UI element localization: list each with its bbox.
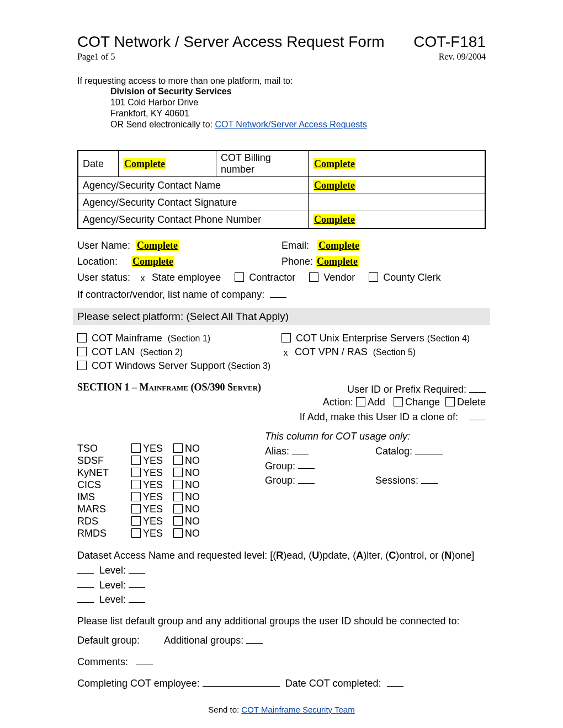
vendor-checkbox[interactable] (309, 272, 318, 282)
lan-checkbox[interactable] (77, 347, 87, 356)
catalog-label: Catalog: (375, 446, 412, 457)
username-value[interactable]: Complete (136, 240, 179, 251)
windows-note: (Section 3) (228, 361, 270, 371)
action-delete-checkbox[interactable] (445, 397, 455, 406)
option-name: MARS (77, 504, 131, 516)
completing-employee-field[interactable] (203, 676, 280, 687)
location-value[interactable]: Complete (131, 256, 174, 267)
no-checkbox[interactable] (173, 516, 183, 526)
vpn-note: (Section 5) (373, 347, 416, 357)
action-add-label: Add (368, 397, 385, 408)
yes-checkbox[interactable] (131, 516, 141, 526)
unix-checkbox[interactable] (282, 333, 291, 342)
no-checkbox[interactable] (173, 443, 183, 453)
sessions-field[interactable] (421, 473, 438, 484)
level-3-label: Level: (99, 594, 126, 605)
catalog-field[interactable] (415, 443, 443, 454)
state-employee-checkbox[interactable]: x (139, 274, 147, 283)
userid-field[interactable] (469, 382, 486, 393)
or-send-label: OR Send electronically to: (110, 120, 215, 129)
vpn-checkbox[interactable]: x (282, 348, 290, 358)
level-3-field[interactable] (129, 592, 145, 603)
alias-label: Alias: (265, 446, 289, 457)
level-1-label: Level: (99, 565, 126, 576)
group1-label: Group: (265, 460, 295, 471)
email-link[interactable]: COT Network/Server Access Requests (215, 120, 367, 129)
lan-note: (Section 2) (140, 347, 183, 357)
revision: Rev. 09/2004 (439, 52, 486, 62)
comments-field[interactable] (136, 654, 153, 665)
dataset-name-2[interactable] (77, 577, 94, 588)
userid-label: User ID or Prefix Required: (347, 384, 466, 395)
mainframe-label: COT Mainframe (92, 333, 162, 344)
mainframe-note: (Section 1) (168, 334, 210, 343)
windows-label: COT Windows Server Support (92, 360, 225, 371)
sessions-label: Sessions: (375, 475, 418, 486)
contractor-label: Contractor (249, 272, 295, 283)
group1-field[interactable] (298, 458, 315, 469)
table-row: KyNETYESNO (77, 467, 203, 479)
no-checkbox[interactable] (173, 492, 183, 501)
yes-checkbox[interactable] (131, 456, 141, 465)
yes-checkbox[interactable] (131, 528, 141, 538)
group2-field[interactable] (298, 473, 315, 484)
billing-value[interactable]: Complete (313, 158, 356, 169)
yes-checkbox[interactable] (131, 443, 141, 453)
no-checkbox[interactable] (173, 504, 183, 513)
action-change-checkbox[interactable] (394, 397, 403, 406)
yes-checkbox[interactable] (131, 468, 141, 477)
contact-phone-label: Agency/Security Contact Phone Number (78, 211, 309, 229)
phone-value[interactable]: Complete (316, 256, 359, 267)
date-value[interactable]: Complete (123, 158, 166, 169)
table-row: MARSYESNO (77, 504, 203, 516)
footer-sendto: Send to: (208, 705, 241, 714)
contractor-checkbox[interactable] (235, 272, 244, 282)
level-1-field[interactable] (129, 563, 145, 574)
clone-label: If Add, make this User ID a clone of: (300, 411, 458, 422)
level-2-field[interactable] (129, 577, 145, 588)
windows-checkbox[interactable] (77, 361, 87, 370)
dataset-name-3[interactable] (77, 592, 94, 603)
mainframe-checkbox[interactable] (77, 333, 87, 342)
yes-checkbox[interactable] (131, 492, 141, 501)
footer-link[interactable]: COT Mainframe Security Team (241, 705, 354, 714)
division-name: Division of Security Services (110, 86, 486, 97)
action-add-checkbox[interactable] (356, 397, 365, 406)
contact-name-value[interactable]: Complete (313, 180, 356, 191)
company-field[interactable] (270, 287, 286, 298)
email-label: Email: (282, 240, 309, 251)
comments-label: Comments: (77, 656, 128, 667)
table-row: CICSYESNO (77, 479, 203, 491)
county-clerk-checkbox[interactable] (369, 272, 378, 282)
cot-only-header: This column for COT usage only: (265, 431, 486, 442)
additional-groups-field[interactable] (246, 633, 263, 644)
yes-checkbox[interactable] (131, 480, 141, 489)
vpn-label: COT VPN / RAS (295, 346, 368, 357)
contact-phone-value[interactable]: Complete (313, 214, 356, 225)
mainframe-options-table: TSOYESNOSDSFYESNOKyNETYESNOCICSYESNOIMSY… (77, 443, 203, 540)
yes-checkbox[interactable] (131, 504, 141, 513)
contact-name-label: Agency/Security Contact Name (78, 177, 309, 194)
no-checkbox[interactable] (173, 480, 183, 489)
option-name: TSO (77, 443, 131, 455)
no-checkbox[interactable] (173, 456, 183, 465)
date-label: Date (78, 151, 119, 177)
alias-field[interactable] (292, 443, 309, 454)
username-label: User Name: (77, 240, 130, 251)
default-group-label: Default group: (77, 635, 140, 646)
dataset-name-1[interactable] (77, 563, 94, 574)
clone-field[interactable] (469, 409, 486, 420)
state-employee-label: State employee (152, 272, 221, 283)
table-row: SDSFYESNO (77, 455, 203, 467)
email-value[interactable]: Complete (317, 240, 360, 251)
no-checkbox[interactable] (173, 528, 183, 538)
contact-sig-value[interactable] (309, 194, 486, 211)
location-label: Location: (77, 256, 118, 267)
option-name: SDSF (77, 455, 131, 467)
user-status-label: User status: (77, 272, 130, 283)
date-completed-field[interactable] (387, 676, 403, 687)
form-code: COT-F181 (413, 33, 486, 51)
table-row: TSOYESNO (77, 443, 203, 455)
no-checkbox[interactable] (173, 468, 183, 477)
option-name: RDS (77, 516, 131, 528)
